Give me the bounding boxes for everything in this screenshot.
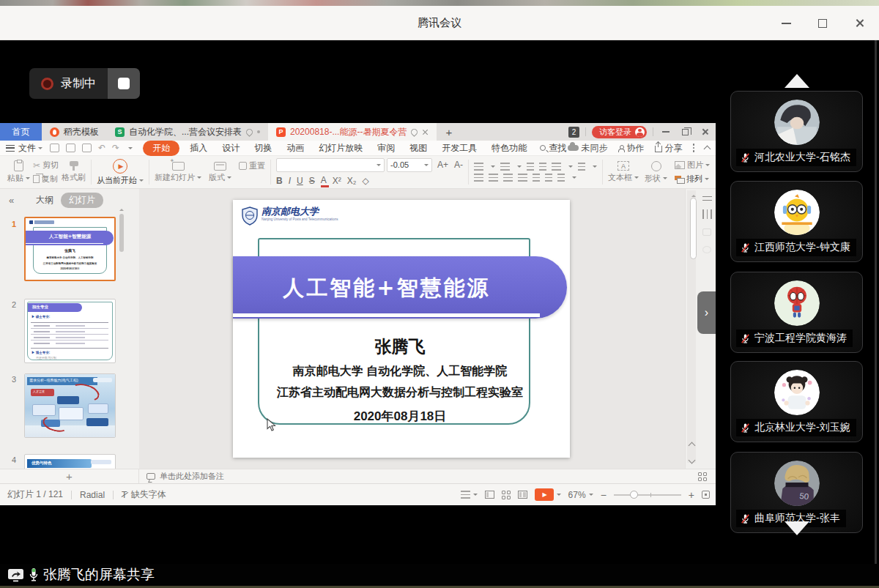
ribbon-tab-devtools[interactable]: 开发工具 (434, 142, 484, 155)
ribbon-tab-features[interactable]: 特色功能 (484, 142, 534, 155)
distribute-icon[interactable] (533, 174, 540, 182)
slide-thumbnail-1[interactable]: 人工智能+智慧能源 张腾飞 南京邮电大学 自动化学院、人工智能学院 江苏省主动配… (24, 217, 116, 281)
layout-button[interactable]: 版式 (209, 162, 231, 183)
paragraph-mark-icon[interactable] (578, 163, 585, 171)
scroll-participants-up-button[interactable] (785, 74, 809, 88)
task-pane-list-icon[interactable] (702, 196, 712, 201)
stop-recording-button[interactable] (108, 68, 140, 99)
new-tab-button[interactable]: + (437, 123, 461, 141)
pin-icon[interactable] (245, 127, 254, 137)
strikethrough-button[interactable]: S (309, 176, 315, 186)
ribbon-search[interactable]: 查找 (540, 142, 566, 155)
guest-login-button[interactable]: 访客登录 (592, 126, 647, 138)
slide-sorter-icon[interactable] (502, 491, 511, 499)
slideshow-play-button[interactable]: ▶ (535, 488, 554, 501)
new-slide-button[interactable]: 新建幻灯片 (155, 162, 201, 183)
hamburger-icon[interactable] (6, 145, 15, 152)
reset-button[interactable]: 重置 (239, 160, 265, 171)
wps-restore-button[interactable] (682, 129, 689, 135)
outline-tab[interactable]: 大纲 (36, 194, 53, 206)
minimize-button[interactable] (776, 14, 795, 33)
ribbon-tab-design[interactable]: 设计 (215, 142, 247, 155)
close-button[interactable] (850, 14, 869, 33)
ribbon-tab-insert[interactable]: 插入 (182, 142, 215, 155)
participant-tile[interactable]: 江西师范大学-钟文康 (730, 181, 863, 262)
text-direction-icon[interactable] (552, 163, 561, 171)
underline-button[interactable]: U (297, 176, 303, 186)
shapes-button[interactable]: 形状 (645, 161, 667, 184)
tab-home[interactable]: 首页 (0, 123, 42, 141)
zoom-out-button[interactable]: − (601, 489, 607, 501)
numbering-icon[interactable] (500, 163, 510, 171)
copy-button[interactable]: 复制 (33, 174, 59, 185)
panel-scroll-up-icon[interactable] (119, 206, 124, 211)
theme-name[interactable]: Radial (80, 490, 105, 500)
paste-button[interactable]: 粘贴 (7, 160, 30, 184)
arrange-button[interactable]: 排列 (675, 174, 710, 185)
bold-button[interactable]: B (276, 176, 283, 186)
print-icon[interactable] (66, 144, 75, 152)
pane-icon-dim[interactable] (702, 246, 711, 253)
scrollbar-thumb[interactable] (690, 198, 697, 259)
slide-thumbnail-3[interactable]: 需求分析--培养能力(电气工程) 人才需求 (24, 373, 116, 438)
align-right-icon[interactable] (503, 174, 513, 182)
share-button[interactable]: 分享 (655, 142, 683, 155)
notes-placeholder[interactable]: 单击此处添加备注 (160, 471, 224, 482)
pane-icon-dim[interactable] (702, 228, 711, 236)
play-from-current-button[interactable]: ▶ 从当前开始 (97, 159, 144, 186)
tab-presentation-doc-active[interactable]: P 20200818-...能源--暑期夏令营 (268, 123, 437, 141)
customize-toolbar-icon[interactable] (128, 147, 133, 152)
notes-toggle-icon[interactable] (461, 491, 470, 499)
tab-spreadsheet-doc[interactable]: S 自动化学院、...营会议安排表 (107, 123, 268, 141)
wps-close-button[interactable] (701, 128, 708, 135)
font-name-combo[interactable] (276, 158, 385, 172)
slide-thumbnail-2[interactable]: 招生专业 ▶ 硕士专业: ▶ 博士专业: 信息获取与控制 (24, 299, 116, 363)
maximize-button[interactable] (813, 14, 832, 33)
save-icon[interactable] (50, 144, 59, 152)
format-painter-button[interactable]: 格式刷 (62, 161, 86, 183)
print-preview-icon[interactable] (82, 144, 92, 152)
missing-font-label[interactable]: 缺失字体 (130, 488, 166, 501)
bullets-icon[interactable] (474, 163, 483, 171)
picture-button[interactable]: 图片 (675, 160, 710, 171)
collapse-panel-icon[interactable]: « (9, 195, 14, 206)
align-left-icon[interactable] (474, 174, 483, 182)
scroll-up-icon[interactable] (691, 193, 696, 197)
close-tab-icon[interactable] (422, 129, 429, 135)
columns-icon[interactable] (557, 174, 565, 182)
expand-side-panel-handle[interactable]: › (697, 291, 716, 334)
font-increase-icon[interactable]: A+ (437, 160, 448, 170)
scroll-participants-down-button[interactable] (785, 521, 809, 535)
zoom-slider[interactable] (614, 494, 681, 496)
indent-decrease-icon[interactable] (527, 163, 534, 171)
pin-icon[interactable] (410, 127, 420, 137)
ribbon-tab-review[interactable]: 审阅 (370, 142, 402, 155)
cut-button[interactable]: ✂ 剪切 (33, 160, 59, 171)
participant-tile[interactable]: 北京林业大学-刘玉婉 (730, 361, 863, 442)
collaborate-button[interactable]: 协作 (618, 142, 645, 155)
font-color-button[interactable]: A (321, 175, 327, 187)
line-spacing-icon[interactable] (545, 174, 552, 182)
ribbon-tab-animation[interactable]: 动画 (279, 142, 311, 155)
wps-minimize-button[interactable] (662, 131, 670, 133)
panel-scrollbar[interactable] (119, 214, 124, 252)
zoom-slider-handle[interactable] (630, 491, 638, 499)
slide-editor[interactable]: 南京邮电大学 Nanjing University of Posts and T… (233, 200, 570, 458)
reading-view-icon[interactable] (518, 491, 527, 499)
file-menu[interactable]: 文件 (18, 142, 36, 155)
clear-format-button[interactable]: ◇ (362, 176, 368, 186)
properties-pane-icon[interactable] (702, 209, 712, 219)
ribbon-tab-view[interactable]: 视图 (402, 142, 434, 155)
justify-icon[interactable] (518, 174, 527, 182)
new-slide-plus-button[interactable]: + (0, 469, 139, 483)
font-size-combo[interactable]: -0.05 (387, 158, 432, 172)
textbox-button[interactable]: A 文本框 (608, 161, 639, 183)
previous-slide-button[interactable] (689, 442, 694, 450)
participant-tile[interactable]: 河北农业大学-石铭杰 (730, 91, 863, 172)
font-decrease-icon[interactable]: A- (454, 160, 463, 170)
superscript-button[interactable]: X² (333, 176, 341, 186)
slides-tab[interactable]: 幻灯片 (61, 193, 103, 208)
slide-thumbnail-4[interactable]: 优势与特色 (24, 454, 116, 469)
participant-tile[interactable]: 宁波工程学院黄海涛 (730, 272, 863, 353)
vertical-scrollbar[interactable] (687, 190, 696, 463)
